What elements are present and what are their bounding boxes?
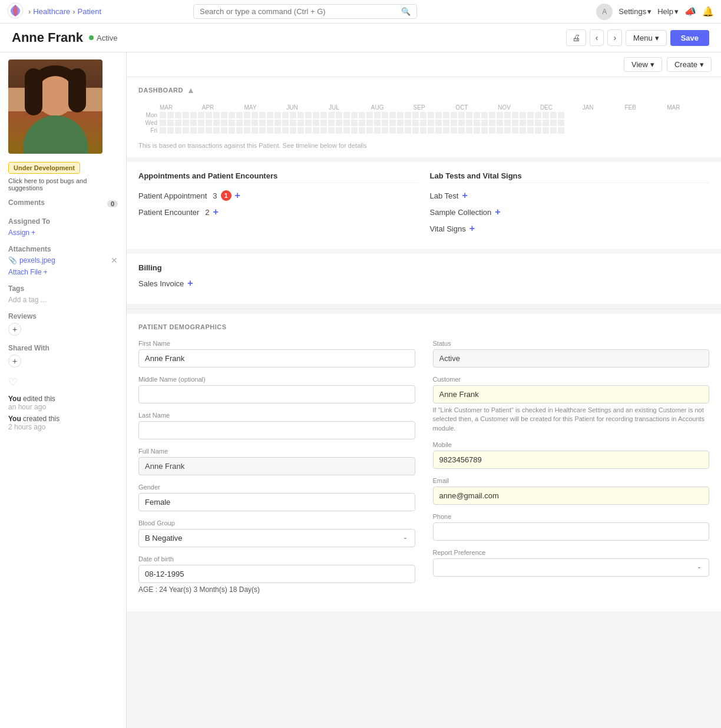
customer-group: Customer If "Link Customer to Patient" i…	[433, 376, 710, 433]
blood-group-select[interactable]: A Positive A Negative B Positive B Negat…	[138, 529, 415, 547]
heatmap-cell	[236, 120, 243, 126]
heatmap-cell	[405, 127, 411, 134]
customer-input[interactable]	[433, 385, 710, 403]
heatmap-cell	[497, 112, 503, 118]
add-vital-button[interactable]: +	[469, 223, 475, 234]
patient-appointment-item: Patient Appointment 3 1 +	[138, 190, 418, 201]
attachment-name[interactable]: 📎 pexels.jpeg	[8, 256, 55, 264]
heatmap-cell	[397, 120, 404, 126]
page-header: Anne Frank Active 🖨 ‹ › Menu ▾ Save	[0, 24, 721, 52]
first-name-input[interactable]	[138, 349, 415, 368]
search-input[interactable]	[200, 7, 398, 16]
patient-appointment-badge: 1	[221, 190, 231, 201]
heatmap-cell	[244, 120, 250, 126]
prev-button[interactable]: ‹	[590, 29, 604, 46]
heatmap-cell	[458, 112, 465, 118]
heatmap-cell	[497, 120, 503, 126]
assign-link[interactable]: Assign +	[8, 229, 35, 237]
divider	[127, 309, 721, 309]
add-sample-button[interactable]: +	[495, 207, 500, 217]
heatmap-cell	[320, 120, 327, 126]
breadcrumb-patient[interactable]: Patient	[78, 7, 101, 16]
attach-file-link[interactable]: Attach File +	[8, 268, 48, 276]
heatmap-cell	[190, 120, 197, 126]
add-appointment-button[interactable]: +	[235, 190, 240, 201]
view-button[interactable]: View ▾	[624, 57, 662, 72]
lab-test-label: Lab Test	[430, 191, 459, 200]
last-name-input[interactable]	[138, 421, 415, 439]
heatmap-cell	[183, 127, 189, 134]
heatmap-cell	[328, 120, 335, 126]
dob-label: Date of birth	[138, 555, 415, 562]
demographics-header: PATIENT DEMOGRAPHICS	[138, 323, 709, 330]
heatmap-cell	[535, 127, 541, 134]
heatmap-cell	[443, 127, 449, 134]
heatmap-cell	[221, 127, 227, 134]
month-label-nov: NOV	[498, 104, 540, 111]
top-nav: › Healthcare › Patient 🔍 A Settings ▾ He…	[0, 0, 721, 24]
blood-group-label: Blood Group	[138, 519, 415, 527]
help-button[interactable]: Help ▾	[657, 7, 679, 16]
settings-button[interactable]: Settings ▾	[619, 7, 651, 16]
add-shared-button[interactable]: +	[8, 355, 21, 368]
header-actions: 🖨 ‹ › Menu ▾ Save	[566, 29, 709, 46]
megaphone-icon[interactable]: 📣	[684, 6, 696, 17]
middle-name-input[interactable]	[138, 385, 415, 403]
heatmap-cell	[320, 127, 327, 134]
heatmap-rows: Mon Wed Fri	[138, 112, 709, 134]
add-encounter-button[interactable]: +	[213, 207, 219, 217]
month-label-jul: JUL	[329, 104, 371, 111]
status-label: Status	[433, 340, 710, 347]
add-review-button[interactable]: +	[8, 323, 21, 336]
heatmap-cell	[474, 112, 480, 118]
heatmap-cell	[206, 112, 212, 118]
activity-2-time: 2 hours ago	[8, 423, 118, 431]
email-input[interactable]	[433, 487, 710, 505]
heatmap-cell	[520, 127, 526, 134]
breadcrumb-healthcare[interactable]: Healthcare	[33, 7, 70, 16]
add-invoice-button[interactable]: +	[187, 278, 193, 289]
status-group: Status	[433, 340, 710, 368]
bell-icon[interactable]: 🔔	[702, 6, 714, 17]
patient-encounter-item: Patient Encounter 2 +	[138, 207, 418, 217]
remove-attachment-icon[interactable]: ✕	[111, 256, 118, 265]
mobile-group: Mobile	[433, 441, 710, 469]
avatar-icon: A	[596, 4, 613, 20]
add-lab-test-button[interactable]: +	[462, 190, 467, 201]
save-button[interactable]: Save	[670, 30, 709, 46]
add-tag-placeholder[interactable]: Add a tag ...	[8, 296, 47, 304]
content-toolbar: View ▾ Create ▾	[127, 52, 721, 77]
settings-chevron-icon: ▾	[647, 7, 651, 16]
sales-invoice-label: Sales Invoice	[138, 279, 184, 288]
heatmap-cell	[527, 112, 534, 118]
heatmap-cell	[229, 120, 235, 126]
heart-icon[interactable]: ♡	[8, 376, 118, 389]
search-bar[interactable]: 🔍	[193, 4, 417, 19]
menu-button[interactable]: Menu ▾	[626, 30, 667, 46]
heatmap-cell	[435, 127, 442, 134]
heatmap-cell	[282, 120, 289, 126]
dob-input[interactable]	[138, 565, 415, 583]
first-name-group: First Name	[138, 340, 415, 368]
blood-group-group: Blood Group A Positive A Negative B Posi…	[138, 519, 415, 547]
heatmap-cell	[183, 112, 189, 118]
heatmap-cell	[297, 127, 304, 134]
heatmap-cell	[274, 127, 281, 134]
mobile-input[interactable]	[433, 451, 710, 469]
status-text: Active	[97, 34, 117, 42]
under-dev-badge[interactable]: Under Development	[8, 162, 80, 174]
heatmap-cell	[366, 120, 373, 126]
attach-plus-icon: +	[44, 268, 48, 276]
dashboard-toggle-icon[interactable]: ▲	[187, 85, 195, 95]
under-dev-hint[interactable]: Click here to post bugs and suggestions	[8, 177, 118, 191]
next-button[interactable]: ›	[607, 29, 622, 46]
create-button[interactable]: Create ▾	[667, 57, 712, 72]
phone-input[interactable]	[433, 522, 710, 541]
heatmap-cell	[313, 120, 319, 126]
gender-input[interactable]	[138, 493, 415, 511]
report-preference-select[interactable]	[433, 558, 710, 577]
heatmap-row-wed: Wed	[138, 120, 709, 126]
heatmap-cell	[297, 112, 304, 118]
print-button[interactable]: 🖨	[566, 29, 586, 46]
heatmap-cell	[412, 120, 419, 126]
